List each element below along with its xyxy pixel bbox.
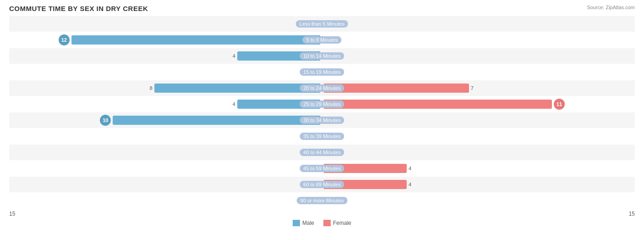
female-value-label: 0 <box>326 117 328 123</box>
female-value-label: 0 <box>326 198 328 203</box>
chart-row: 0Less than 5 Minutes0 <box>9 16 635 32</box>
male-value-label: 8 <box>150 85 153 91</box>
right-section: 0 <box>322 16 635 32</box>
legend-male-box <box>293 220 300 226</box>
legend-male: Male <box>293 220 314 226</box>
male-value-bubble: 12 <box>59 34 70 45</box>
female-value-label: 0 <box>326 21 328 27</box>
legend-female: Female <box>323 220 351 226</box>
left-section: 4 <box>9 96 322 112</box>
chart-container: COMMUTE TIME BY SEX IN DRY CREEK Source:… <box>0 0 644 240</box>
chart-row: 425 to 29 Minutes11 <box>9 96 635 112</box>
right-section: 11 <box>322 96 635 112</box>
right-section: 0 <box>322 112 635 128</box>
left-section: 4 <box>9 48 322 64</box>
chart-row: 1030 to 34 Minutes0 <box>9 112 635 128</box>
male-value-label: 0 <box>316 198 318 203</box>
left-section: 12 <box>9 32 322 48</box>
male-value-label: 0 <box>316 21 318 27</box>
chart-row: 090 or more Minutes0 <box>9 193 635 208</box>
male-value-label: 4 <box>233 101 235 107</box>
chart-row: 040 to 44 Minutes0 <box>9 145 635 160</box>
axis-row: 15 15 <box>9 211 635 217</box>
female-bar <box>324 164 407 173</box>
chart-title: COMMUTE TIME BY SEX IN DRY CREEK <box>9 5 635 12</box>
male-bar <box>237 51 320 61</box>
legend: Male Female <box>9 220 635 226</box>
female-value-label: 4 <box>409 182 411 187</box>
female-value-label: 0 <box>326 53 328 59</box>
chart-row: 125 to 9 Minutes0 <box>9 32 635 48</box>
legend-female-label: Female <box>333 220 351 226</box>
left-section: 0 <box>9 193 322 208</box>
male-value-label: 0 <box>316 134 318 139</box>
right-section: 4 <box>322 161 635 176</box>
chart-row: 015 to 19 Minutes0 <box>9 64 635 80</box>
left-section: 8 <box>9 80 322 96</box>
male-bar <box>113 116 320 125</box>
chart-row: 410 to 14 Minutes0 <box>9 48 635 64</box>
male-bar <box>71 35 320 45</box>
left-section: 0 <box>9 161 322 176</box>
male-value-label: 4 <box>233 53 235 59</box>
axis-left: 15 <box>9 211 322 217</box>
male-bar <box>154 84 320 93</box>
left-section: 0 <box>9 177 322 192</box>
left-section: 0 <box>9 64 322 80</box>
right-section: 0 <box>322 64 635 80</box>
female-value-label: 0 <box>326 134 328 139</box>
male-value-label: 0 <box>316 166 318 171</box>
male-value-bubble: 10 <box>100 115 111 126</box>
female-value-label: 0 <box>326 37 328 43</box>
left-section: 0 <box>9 145 322 160</box>
chart-row: 820 to 24 Minutes7 <box>9 80 635 96</box>
right-section: 0 <box>322 193 635 208</box>
chart-row: 045 to 59 Minutes4 <box>9 161 635 176</box>
right-section: 0 <box>322 48 635 64</box>
source-text: Source: ZipAtlas.com <box>587 5 635 10</box>
female-bar <box>324 84 469 93</box>
chart-row: 035 to 39 Minutes0 <box>9 128 635 144</box>
male-bar <box>237 100 320 109</box>
legend-female-box <box>323 220 331 226</box>
right-section: 4 <box>322 177 635 192</box>
legend-male-label: Male <box>302 220 314 226</box>
male-value-label: 0 <box>316 150 318 155</box>
chart-row: 060 to 89 Minutes4 <box>9 177 635 192</box>
left-section: 0 <box>9 128 322 144</box>
female-value-label: 0 <box>326 69 328 75</box>
chart-area: 0Less than 5 Minutes0125 to 9 Minutes041… <box>9 16 635 209</box>
female-value-label: 4 <box>409 166 411 171</box>
male-value-label: 0 <box>316 69 318 75</box>
female-value-label: 7 <box>471 85 474 91</box>
left-section: 10 <box>9 112 322 128</box>
left-section: 0 <box>9 16 322 32</box>
male-value-label: 0 <box>316 182 318 187</box>
right-section: 0 <box>322 145 635 160</box>
right-section: 0 <box>322 128 635 144</box>
right-section: 7 <box>322 80 635 96</box>
female-bar <box>324 100 552 109</box>
female-value-bubble: 11 <box>554 99 565 110</box>
female-value-label: 0 <box>326 150 328 155</box>
right-section: 0 <box>322 32 635 48</box>
axis-right: 15 <box>322 211 635 217</box>
female-bar <box>324 180 407 189</box>
